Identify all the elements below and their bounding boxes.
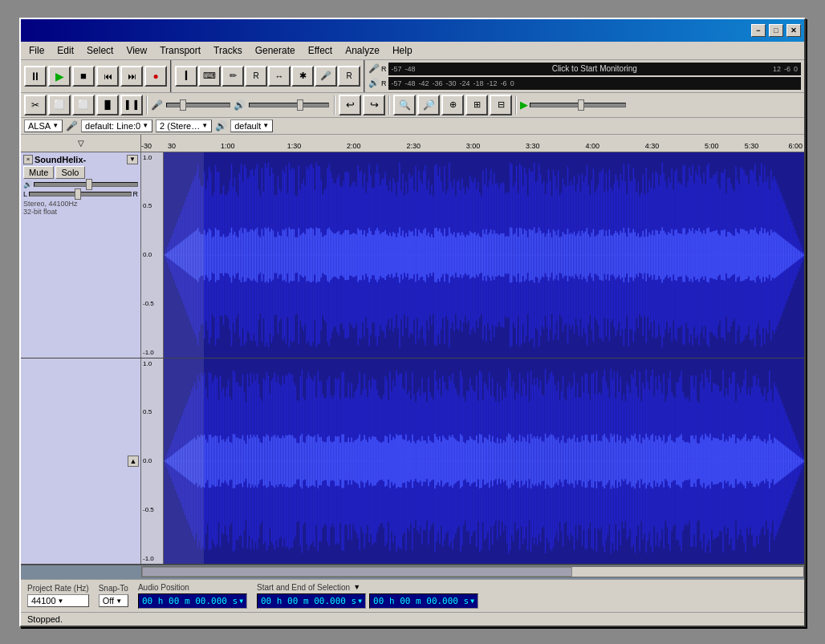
- track-pan-slider[interactable]: [29, 192, 131, 196]
- draw-tool-button[interactable]: ✏: [221, 66, 244, 87]
- zoom-sel-button[interactable]: ⊞: [465, 95, 488, 115]
- track-channel-2: ▲ 1.0 0.5 0.0 -0.5 -1.0: [21, 358, 804, 565]
- meter-input-icon: 🎤: [368, 63, 380, 74]
- track-expand-button[interactable]: ▲: [128, 456, 139, 467]
- menu-effect[interactable]: Effect: [303, 43, 337, 58]
- paste-button[interactable]: ⬜: [72, 95, 95, 115]
- api-selector[interactable]: ALSA ▼: [24, 119, 63, 132]
- pause-button[interactable]: ⏸: [24, 66, 47, 87]
- skip-start-button[interactable]: ⏮: [96, 66, 119, 87]
- selection-end-time: 00 h 00 m 00.000 s: [373, 596, 469, 606]
- skip-end-button[interactable]: ⏭: [120, 66, 143, 87]
- out-meter-val4: -36: [433, 79, 443, 87]
- project-rate-selector[interactable]: 44100 ▼: [27, 594, 89, 607]
- selection-end-display[interactable]: 00 h 00 m 00.000 s ▼: [369, 593, 478, 609]
- status-text: Stopped.: [27, 614, 63, 624]
- input-meter-bar[interactable]: -57 -48 Click to Start Monitoring 12 -6 …: [388, 63, 802, 75]
- selection-group: Start and End of Selection ▼ 00 h 00 m 0…: [257, 583, 478, 609]
- scale-n1-0: -1.0: [143, 349, 161, 356]
- track-container: × SoundHelix- ▼ Mute Solo 🔊: [21, 152, 804, 579]
- cut-button[interactable]: ✂: [24, 95, 47, 115]
- ruler-mark-330: 3:30: [526, 142, 540, 150]
- output-volume-thumb[interactable]: [297, 99, 303, 111]
- output-device-selector[interactable]: default ▼: [230, 119, 273, 132]
- menu-file[interactable]: File: [24, 43, 49, 58]
- track-info: Stereo, 44100Hz 32-bit float: [23, 200, 138, 216]
- mic-tool-button[interactable]: 🎤: [315, 66, 337, 87]
- device-mic-icon: 🎤: [66, 120, 78, 132]
- menu-transport[interactable]: Transport: [155, 43, 205, 58]
- maximize-button[interactable]: □: [769, 24, 783, 37]
- meter-val4: -6: [784, 65, 790, 73]
- zoom-out-button[interactable]: 🔎: [417, 95, 440, 115]
- horizontal-scrollbar-thumb[interactable]: [142, 567, 572, 577]
- selection-dropdown-arrow[interactable]: ▼: [353, 583, 360, 591]
- track-volume-thumb[interactable]: [86, 179, 92, 190]
- horizontal-scrollbar[interactable]: [141, 566, 804, 577]
- input-device-selector[interactable]: default: Line:0 ▼: [81, 119, 152, 132]
- snap-to-selector[interactable]: Off ▼: [99, 594, 128, 607]
- solo-button[interactable]: Solo: [55, 166, 84, 179]
- track-volume-slider[interactable]: [34, 182, 138, 187]
- envelope-tool-button[interactable]: ⌨: [198, 66, 221, 87]
- meter-output-icon: 🔊: [368, 78, 380, 88]
- meter-r-label: R: [381, 65, 387, 73]
- playback-position-slider[interactable]: [530, 103, 626, 107]
- ruler-mark-30: 30: [168, 142, 176, 150]
- timeshift-tool-button[interactable]: ↔: [268, 66, 291, 87]
- input-device-label: default: Line:0: [85, 121, 140, 131]
- minimize-button[interactable]: −: [751, 24, 766, 37]
- volume-icon: 🔊: [23, 180, 32, 188]
- scale-0-5: 0.5: [143, 202, 161, 209]
- menu-help[interactable]: Help: [388, 43, 417, 58]
- zoom-in-button[interactable]: 🔍: [393, 95, 416, 115]
- track-menu-button[interactable]: ▼: [127, 155, 138, 164]
- track-pan-thumb[interactable]: [75, 188, 81, 200]
- copy-button[interactable]: ⬜: [48, 95, 71, 115]
- track-close-button[interactable]: ×: [23, 155, 33, 164]
- api-label: ALSA: [28, 121, 51, 131]
- redo-button[interactable]: ↪: [363, 95, 385, 115]
- ruler-track-area: ▽: [21, 135, 141, 152]
- output-volume-slider[interactable]: [249, 103, 329, 107]
- play-button[interactable]: ▶: [48, 66, 71, 87]
- multi-tool-button[interactable]: ✱: [291, 66, 314, 87]
- trim-button[interactable]: ▌▐: [120, 95, 143, 115]
- selection-start-display[interactable]: 00 h 00 m 00.000 s ▼: [257, 593, 366, 609]
- snap-to-group: Snap-To Off ▼: [99, 584, 128, 607]
- menu-analyze[interactable]: Analyze: [340, 43, 384, 58]
- audio-position-time: 00 h 00 m 00.000 s: [142, 596, 238, 606]
- input-volume-thumb[interactable]: [180, 99, 186, 111]
- input-volume-slider[interactable]: [166, 103, 230, 107]
- playback-position-thumb[interactable]: [578, 99, 584, 111]
- record-button[interactable]: ●: [144, 66, 167, 87]
- zoom-full-button[interactable]: ⊟: [490, 95, 512, 115]
- menu-tracks[interactable]: Tracks: [209, 43, 247, 58]
- waveform-1[interactable]: 1.0 0.5 0.0 -0.5 -1.0: [141, 152, 804, 358]
- menu-select[interactable]: Select: [82, 43, 118, 58]
- zoom-tool-button[interactable]: R: [245, 66, 267, 87]
- audio-position-group: Audio Position 00 h 00 m 00.000 s ▼: [138, 583, 247, 609]
- mute-button[interactable]: Mute: [23, 166, 54, 179]
- menu-generate[interactable]: Generate: [250, 43, 300, 58]
- project-rate-value: 44100: [31, 596, 56, 606]
- r-tool-button[interactable]: R: [338, 66, 360, 87]
- stop-button[interactable]: ■: [72, 66, 95, 87]
- ruler-scale-area[interactable]: -30 30 1:00 1:30 2:00 2:30 3:00 3:30 4:0…: [141, 135, 804, 152]
- undo-button[interactable]: ↩: [339, 95, 361, 115]
- audio-position-display[interactable]: 00 h 00 m 00.000 s ▼: [138, 593, 247, 609]
- waveform-2[interactable]: 1.0 0.5 0.0 -0.5 -1.0: [141, 358, 804, 564]
- output-meter-bar[interactable]: -57 -48 -42 -36 -30 -24 -18 -12 -6 0: [388, 77, 802, 90]
- silence-button[interactable]: ▐▌: [96, 95, 119, 115]
- selection-start-time: 00 h 00 m 00.000 s: [261, 596, 356, 606]
- out-meter-val6: -24: [460, 79, 470, 87]
- ruler-mark-430: 4:30: [645, 142, 660, 150]
- close-button[interactable]: ✕: [786, 24, 801, 37]
- channels-selector[interactable]: 2 (Stere… ▼: [156, 119, 212, 132]
- meter-click-text[interactable]: Click to Start Monitoring: [552, 64, 637, 73]
- menu-edit[interactable]: Edit: [52, 43, 79, 58]
- select-tool-button[interactable]: I: [175, 66, 197, 87]
- zoom-fit-button[interactable]: ⊕: [441, 95, 464, 115]
- out-meter-val1: -57: [392, 79, 402, 87]
- menu-view[interactable]: View: [121, 43, 152, 58]
